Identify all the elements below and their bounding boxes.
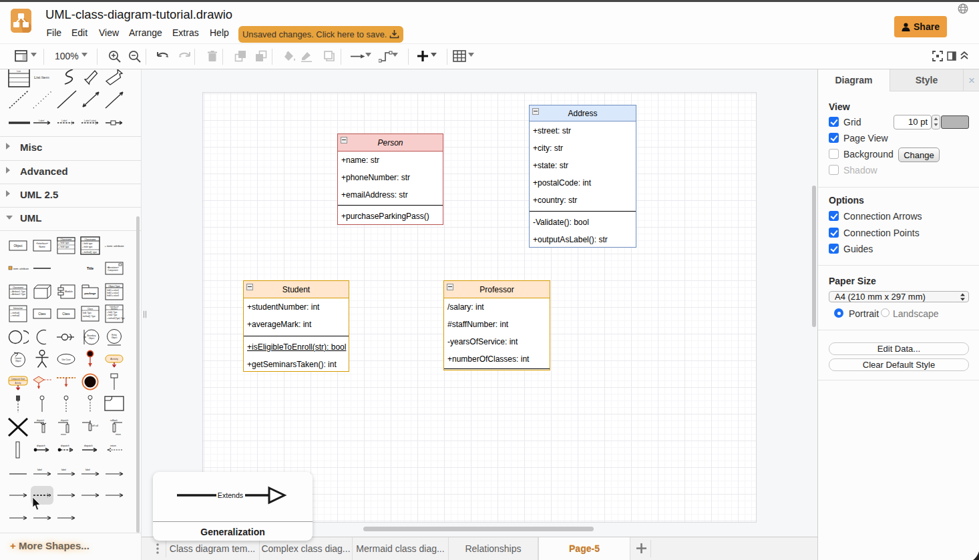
- svg-text:method(): Type: method(): Type: [83, 315, 95, 318]
- svg-text:return: return: [116, 433, 121, 436]
- svg-text:dispatch: dispatch: [37, 445, 45, 447]
- svg-text:Classname: Classname: [13, 286, 23, 289]
- svg-text:Activity: Activity: [110, 358, 118, 360]
- svg-text:return: return: [110, 445, 116, 447]
- svg-text:Object Type: Object Type: [109, 285, 120, 288]
- svg-text:Module: Module: [65, 290, 73, 293]
- svg-text:+ method(): type: + method(): type: [82, 251, 97, 254]
- svg-text:Object: Object: [13, 244, 23, 248]
- svg-text:Label: Label: [61, 119, 67, 122]
- svg-text:List Item: List Item: [34, 75, 49, 79]
- svg-text:Label: Label: [39, 119, 45, 122]
- svg-text:+ method2: + method2: [11, 314, 20, 317]
- svg-text:Class: Class: [87, 308, 93, 310]
- svg-text:label: label: [61, 469, 66, 471]
- svg-text:+ field2: Type: + field2: Type: [107, 314, 118, 316]
- svg-text:self call: self call: [91, 425, 98, 427]
- svg-text:label: label: [37, 469, 42, 471]
- svg-text:+ field1: Type: + field1: Type: [107, 311, 118, 314]
- svg-text:Name: Name: [39, 246, 45, 248]
- svg-text:dispatch: dispatch: [37, 419, 45, 422]
- svg-text:+ field: type: + field: type: [59, 246, 69, 248]
- svg-text:field: Type: field: Type: [83, 312, 91, 314]
- svg-text:Interface: Interface: [111, 308, 118, 310]
- svg-text:List: List: [17, 70, 20, 73]
- svg-text:«Interface»: «Interface»: [36, 242, 48, 245]
- svg-text:+ method1(Type): Type: + method1(Type): Type: [107, 317, 125, 320]
- svg-text:Class: Class: [62, 312, 70, 316]
- svg-text:Interaction: Interaction: [13, 307, 23, 310]
- svg-text:dispatch: dispatch: [61, 445, 69, 447]
- svg-text:field3 = value3: field3 = value3: [107, 294, 120, 297]
- svg-text:+ field: type: + field: type: [59, 242, 69, 244]
- svg-text:callback: callback: [110, 419, 118, 422]
- svg-text:return: return: [61, 433, 66, 436]
- svg-text:label: label: [85, 469, 90, 471]
- svg-text:Composite State: Composite State: [11, 378, 25, 380]
- svg-text:+ field: type: + field: type: [82, 246, 93, 248]
- svg-text:package: package: [84, 292, 96, 295]
- svg-text:dispatch: dispatch: [84, 445, 93, 447]
- svg-text:Extends: Extends: [218, 491, 243, 499]
- svg-text:+ item: attribute: + item: attribute: [105, 244, 125, 248]
- svg-text:Component: Component: [108, 269, 118, 272]
- svg-text:Use Case: Use Case: [61, 358, 71, 361]
- svg-text:Label Label: Label Label: [84, 119, 96, 122]
- svg-text:+ Attribute2: Type: + Attribute2: Type: [11, 293, 25, 296]
- svg-text:Object: Object: [89, 337, 95, 340]
- svg-text:+ field: type: + field: type: [82, 242, 93, 245]
- svg-text:Title: Title: [87, 266, 93, 270]
- svg-text:Object: Object: [15, 360, 21, 362]
- svg-text:dispatch: dispatch: [61, 419, 69, 422]
- svg-text:Classname: Classname: [85, 238, 96, 241]
- svg-text:item: attribute: item: attribute: [13, 268, 29, 270]
- svg-text:Activity: Activity: [15, 382, 21, 384]
- svg-text:Object: Object: [112, 336, 118, 339]
- svg-text:Class: Class: [38, 312, 46, 316]
- svg-text:Classname: Classname: [61, 238, 72, 241]
